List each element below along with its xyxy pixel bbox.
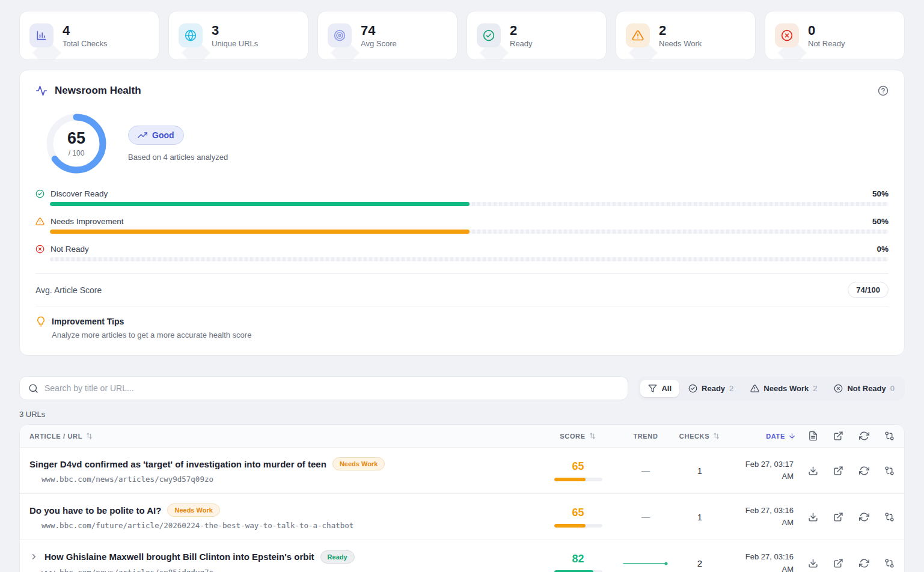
external-link-icon[interactable] [833, 431, 843, 441]
stat-value: 3 [212, 23, 258, 38]
table-row[interactable]: Singer D4vd confirmed as 'target' of inv… [20, 448, 904, 494]
column-header-article[interactable]: ARTICLE / URL [20, 432, 540, 440]
filter-needs-work[interactable]: Needs Work 2 [742, 380, 825, 397]
health-score-denominator: / 100 [69, 149, 85, 157]
trend-empty: — [641, 512, 650, 522]
article-title[interactable]: Do you have to be polite to AI? [29, 505, 161, 516]
external-link-icon[interactable] [833, 558, 843, 568]
health-based-on-text: Based on 4 articles analyzed [128, 153, 228, 162]
date-line2: AM [724, 517, 794, 529]
compare-icon[interactable] [884, 558, 895, 568]
score-bar-fill [554, 524, 586, 528]
health-bar-value: 50% [872, 217, 889, 226]
column-header-date[interactable]: DATE [724, 432, 796, 440]
warning-triangle-icon [626, 23, 650, 47]
arrow-down-icon [788, 432, 796, 440]
health-bar-label: Not Ready [50, 245, 870, 254]
score-value: 82 [572, 553, 584, 565]
refresh-icon[interactable] [859, 512, 869, 522]
trend-cell: — [616, 466, 676, 475]
compare-icon[interactable] [884, 512, 895, 522]
check-circle-icon [477, 23, 501, 47]
health-bar-discover-ready: Discover Ready 50% [35, 186, 889, 210]
url-count: 3 URLs [19, 410, 905, 419]
search-input[interactable] [44, 383, 619, 393]
score-value: 65 [572, 460, 584, 473]
article-url[interactable]: www.bbc.com/news/articles/cp85jdqdyq7o [41, 568, 536, 572]
download-icon[interactable] [808, 558, 818, 568]
search-box [19, 376, 628, 400]
table-row[interactable]: Do you have to be polite to AI? Needs Wo… [20, 494, 904, 540]
table-header-row: ARTICLE / URL SCORE TREND CHECKS DATE [20, 425, 904, 448]
filter-label: Ready [702, 384, 725, 393]
stat-label: Unique URLs [212, 39, 258, 48]
x-circle-icon [775, 23, 799, 47]
status-badge: Ready [320, 550, 355, 564]
filter-label: Not Ready [847, 384, 886, 393]
filter-count: 2 [813, 384, 817, 393]
sort-icon [589, 432, 596, 440]
refresh-icon[interactable] [859, 558, 869, 568]
stat-card-ready: 2 Ready [467, 11, 607, 60]
search-icon [28, 383, 38, 394]
stat-value: 0 [808, 23, 845, 38]
refresh-icon[interactable] [859, 431, 869, 441]
article-url[interactable]: www.bbc.com/future/article/20260224-the-… [41, 521, 536, 530]
article-title[interactable]: How Ghislaine Maxwell brought Bill Clint… [44, 552, 314, 562]
stat-card-avg-score: 74 Avg Score [317, 11, 457, 60]
external-link-icon[interactable] [833, 512, 843, 522]
date-line1: Feb 27, 03:17 [724, 458, 794, 470]
health-bar-value: 50% [872, 189, 889, 198]
column-header-score[interactable]: SCORE [540, 432, 616, 440]
score-bar-track [554, 478, 602, 481]
trend-cell [616, 560, 676, 567]
stat-label: Not Ready [808, 39, 845, 48]
article-title[interactable]: Singer D4vd confirmed as 'target' of inv… [29, 459, 326, 469]
filter-label: All [661, 384, 672, 393]
health-bar-value: 0% [877, 245, 889, 254]
compare-icon[interactable] [884, 431, 895, 441]
health-rating-badge: Good [128, 126, 184, 145]
stat-card-needs-work: 2 Needs Work [616, 11, 756, 60]
score-cell: 82 [540, 553, 616, 572]
trend-cell: — [616, 512, 676, 522]
column-header-trend[interactable]: TREND [616, 433, 676, 440]
avg-article-score-value: 74/100 [848, 282, 889, 298]
sort-icon [712, 432, 720, 440]
date-line2: AM [724, 470, 794, 482]
external-link-icon[interactable] [833, 466, 843, 476]
table-row[interactable]: How Ghislaine Maxwell brought Bill Clint… [20, 540, 904, 572]
health-bar-fill [50, 202, 470, 206]
filter-ready[interactable]: Ready 2 [681, 380, 741, 397]
health-bar-track [50, 230, 889, 234]
check-circle-icon [35, 189, 44, 198]
filter-label: Needs Work [763, 384, 809, 393]
download-icon[interactable] [808, 512, 818, 522]
funnel-icon [648, 384, 657, 393]
avg-article-score-label: Avg. Article Score [35, 285, 102, 295]
stat-card-total-checks: 4 Total Checks [19, 11, 159, 60]
health-bar-track [50, 257, 889, 261]
health-rating-label: Good [152, 130, 174, 140]
health-score-value: 65 [67, 130, 85, 147]
score-bar-fill [554, 478, 586, 481]
file-text-icon[interactable] [808, 431, 818, 441]
article-url[interactable]: www.bbc.com/news/articles/cwy9d57q09zo [41, 475, 536, 484]
activity-icon [35, 85, 47, 97]
chevron-right-icon[interactable] [29, 552, 38, 561]
lightbulb-icon [35, 316, 46, 327]
help-icon[interactable] [878, 85, 889, 96]
compare-icon[interactable] [884, 466, 895, 476]
x-circle-icon [834, 384, 843, 393]
refresh-icon[interactable] [859, 466, 869, 476]
filter-all[interactable]: All [640, 380, 679, 397]
column-header-checks[interactable]: CHECKS [676, 432, 724, 440]
download-icon[interactable] [808, 466, 818, 476]
improvement-tips-text: Analyze more articles to get a more accu… [52, 330, 889, 339]
date-line2: AM [724, 564, 794, 572]
stat-label: Avg Score [361, 39, 397, 48]
filter-not-ready[interactable]: Not Ready 0 [826, 380, 902, 397]
status-filter-group: All Ready 2 Needs Work 2 Not Ready 0 [638, 376, 905, 400]
date-cell: Feb 27, 03:16 AM [724, 505, 796, 529]
health-bar-needs-improvement: Needs Improvement 50% [35, 213, 889, 237]
